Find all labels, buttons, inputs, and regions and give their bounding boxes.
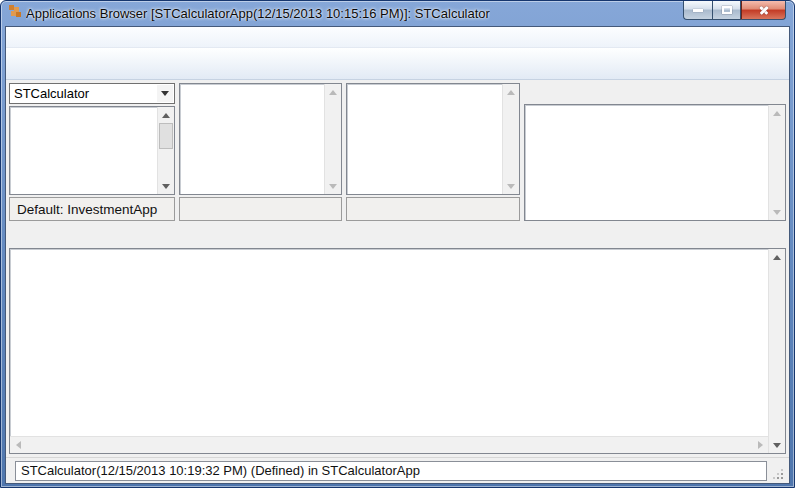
scroll-thumb[interactable] xyxy=(159,123,173,149)
scroll-down-button[interactable] xyxy=(769,437,785,453)
dropdown-button[interactable] xyxy=(157,85,173,102)
top-panes: STCalculator Default: InvestmentApp xyxy=(9,83,786,221)
maximize-icon xyxy=(722,6,732,14)
resize-grip[interactable] xyxy=(772,468,785,481)
scroll-down-button[interactable] xyxy=(503,178,519,194)
application-selector[interactable]: STCalculator xyxy=(9,83,175,104)
categories-scrollbar[interactable] xyxy=(502,84,519,194)
code-editor-panel xyxy=(9,248,786,454)
applications-list[interactable] xyxy=(9,106,175,195)
menubar xyxy=(6,27,789,48)
applications-scrollbar[interactable] xyxy=(157,107,174,194)
scroll-up-button[interactable] xyxy=(769,105,785,121)
toolbar xyxy=(6,48,789,80)
applications-pane: STCalculator Default: InvestmentApp xyxy=(9,83,175,221)
class-definition-code[interactable] xyxy=(10,249,768,436)
window-title: Applications Browser [STCalculatorApp(12… xyxy=(26,6,490,21)
code-vscrollbar[interactable] xyxy=(768,249,785,453)
close-button[interactable] xyxy=(741,1,786,20)
maximize-button[interactable] xyxy=(712,1,741,20)
scroll-up-button[interactable] xyxy=(325,84,341,100)
scroll-down-button[interactable] xyxy=(325,178,341,194)
status-message: STCalculator(12/15/2013 10:19:32 PM) (De… xyxy=(15,461,767,481)
default-app-label: Default: InvestmentApp xyxy=(9,197,175,221)
scroll-down-button[interactable] xyxy=(158,178,174,194)
editor-tabs xyxy=(9,225,786,249)
titlebar[interactable]: Applications Browser [STCalculatorApp(12… xyxy=(5,1,790,26)
scope-radio-group xyxy=(346,197,520,221)
scroll-up-button[interactable] xyxy=(503,84,519,100)
categories-list[interactable] xyxy=(346,83,520,195)
scroll-up-button[interactable] xyxy=(158,107,174,123)
client-area: STCalculator Default: InvestmentApp xyxy=(5,26,790,484)
application-selector-value: STCalculator xyxy=(14,86,89,101)
minimize-icon xyxy=(693,9,703,12)
scroll-right-button[interactable] xyxy=(752,437,768,453)
methods-scrollbar[interactable] xyxy=(768,105,785,220)
close-icon xyxy=(758,4,770,16)
scroll-left-button[interactable] xyxy=(10,437,26,453)
code-hscrollbar[interactable] xyxy=(10,436,768,453)
scroll-up-button[interactable] xyxy=(769,249,785,265)
window-controls xyxy=(683,1,786,20)
visibility-radio-group xyxy=(179,197,342,221)
methods-pane xyxy=(524,83,786,221)
statusbar: STCalculator(12/15/2013 10:19:32 PM) (De… xyxy=(6,457,789,483)
categories-pane xyxy=(346,83,520,221)
minimize-button[interactable] xyxy=(683,1,712,20)
workarea: STCalculator Default: InvestmentApp xyxy=(6,80,789,457)
classes-pane xyxy=(179,83,342,221)
class-tree-scrollbar[interactable] xyxy=(324,84,341,194)
applications-browser-window: Applications Browser [STCalculatorApp(12… xyxy=(0,0,795,488)
methods-list[interactable] xyxy=(524,104,786,221)
method-visibility-tabs xyxy=(524,83,786,104)
app-icon xyxy=(9,5,14,10)
class-tree[interactable] xyxy=(179,83,342,195)
chevron-down-icon xyxy=(161,91,169,96)
scroll-down-button[interactable] xyxy=(769,204,785,220)
